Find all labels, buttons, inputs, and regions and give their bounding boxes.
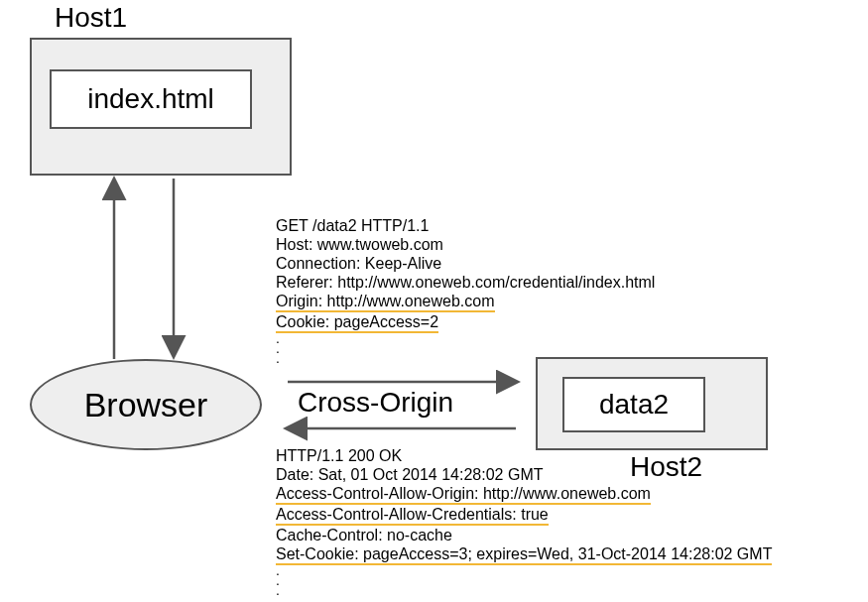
res-line-5: Cache-Control: no-cache <box>276 526 772 544</box>
host1-file-label: index.html <box>87 83 214 115</box>
res-ellipsis: ... <box>276 565 772 595</box>
req-line-6: Cookie: pageAccess=2 <box>276 312 438 333</box>
req-line-3: Connection: Keep-Alive <box>276 254 655 273</box>
browser-label: Browser <box>84 386 208 424</box>
host2-file-label: data2 <box>599 389 669 421</box>
host2-file-box: data2 <box>562 377 705 432</box>
res-line-1: HTTP/1.1 200 OK <box>276 446 772 465</box>
req-line-1: GET /data2 HTTP/1.1 <box>276 216 655 235</box>
req-line-2: Host: www.twoweb.com <box>276 235 655 254</box>
res-line-4: Access-Control-Allow-Credentials: true <box>276 505 549 526</box>
res-line-3: Access-Control-Allow-Origin: http://www.… <box>276 484 651 505</box>
http-response-block: HTTP/1.1 200 OK Date: Sat, 01 Oct 2014 1… <box>276 446 772 595</box>
host1-title: Host1 <box>55 2 127 34</box>
browser-node: Browser <box>30 359 262 450</box>
req-ellipsis: ... <box>276 333 655 363</box>
http-request-block: GET /data2 HTTP/1.1 Host: www.twoweb.com… <box>276 216 655 363</box>
req-line-4: Referer: http://www.oneweb.com/credentia… <box>276 273 655 292</box>
host1-file-box: index.html <box>50 69 252 129</box>
req-line-5: Origin: http://www.oneweb.com <box>276 292 495 312</box>
host1-box: index.html <box>30 38 292 176</box>
host2-box: data2 <box>536 357 768 450</box>
cross-origin-label: Cross-Origin <box>298 387 453 419</box>
res-line-6: Set-Cookie: pageAccess=3; expires=Wed, 3… <box>276 544 772 565</box>
res-line-2: Date: Sat, 01 Oct 2014 14:28:02 GMT <box>276 465 772 484</box>
